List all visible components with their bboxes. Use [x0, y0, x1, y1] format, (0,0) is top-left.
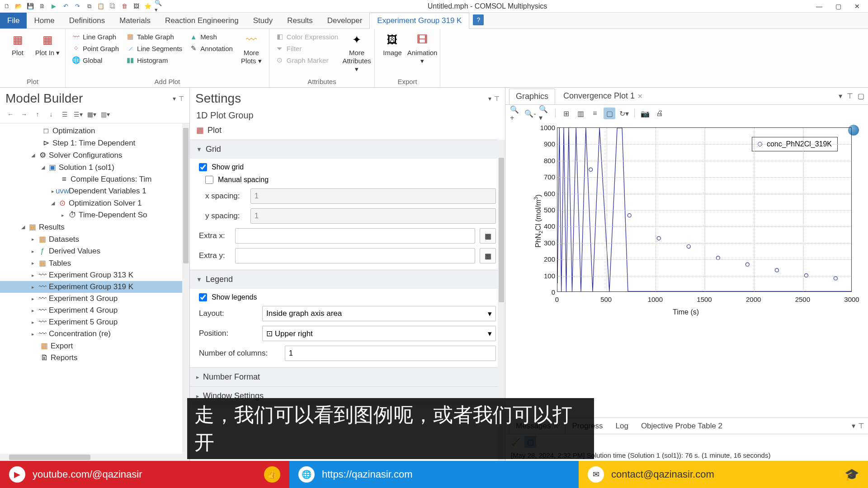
view-xy-button[interactable]: ⊞	[560, 108, 572, 119]
expand-icon[interactable]: ◢	[50, 200, 56, 206]
tree-optimization[interactable]: □Optimization	[0, 125, 189, 137]
expand-dropdown[interactable]: ☰▾	[73, 109, 83, 119]
collapse-icon[interactable]: ▸	[30, 319, 36, 325]
tree-scrollbar-h[interactable]	[9, 455, 90, 460]
zoom-extents-dropdown[interactable]: 🔍▾	[539, 108, 551, 119]
collapse-icon[interactable]: ▸	[30, 260, 36, 266]
tree-derived[interactable]: ▸ƒDerived Values	[0, 245, 189, 257]
minimize-button[interactable]: —	[810, 1, 828, 12]
panel-pin-icon[interactable]: ⊤	[179, 95, 184, 102]
menu-results[interactable]: Results	[280, 13, 320, 28]
delete-icon[interactable]: 🗑	[119, 1, 129, 11]
extra-y-input[interactable]	[235, 248, 475, 263]
snapshot-icon[interactable]: 🖼	[131, 1, 141, 11]
view-single-button[interactable]: ▢	[604, 108, 615, 119]
number-format-section-header[interactable]: ▸Number Format	[190, 368, 505, 386]
panel-dropdown-icon[interactable]: ▾	[173, 95, 176, 102]
collapse-icon[interactable]: ▸	[30, 249, 36, 254]
tree-results[interactable]: ◢▦Results	[0, 221, 189, 233]
tree-exp319[interactable]: ▸〰Experiment Group 319 K	[0, 281, 189, 293]
tree-dep-vars[interactable]: ▸uvwDependent Variables 1	[0, 185, 189, 197]
manual-spacing-checkbox[interactable]	[205, 176, 213, 184]
zoom-dropdown-icon[interactable]: 🔍▾	[155, 1, 165, 11]
menu-file[interactable]: File	[0, 13, 27, 28]
collapse-icon[interactable]: ▸	[30, 236, 36, 242]
expand-icon[interactable]: ◢	[40, 164, 46, 170]
menu-developer[interactable]: Developer	[320, 13, 370, 28]
convergence-tab[interactable]: Convergence Plot 1✕	[557, 89, 649, 103]
tree-step1[interactable]: ⊳Step 1: Time Dependent	[0, 137, 189, 149]
view-list-button[interactable]: ≡	[589, 108, 601, 119]
tree-solution1[interactable]: ◢▣Solution 1 (sol1)	[0, 161, 189, 174]
panel-dropdown-icon[interactable]: ▾	[488, 95, 491, 102]
tree-reports[interactable]: 🗎Reports	[0, 352, 189, 364]
menu-home[interactable]: Home	[27, 13, 61, 28]
tree-solver-config[interactable]: ◢⚙Solver Configurations	[0, 149, 189, 161]
copy-icon[interactable]: ⧉	[84, 1, 94, 11]
tree-scrollbar-v[interactable]	[183, 128, 189, 263]
tree-compile-eq[interactable]: ≡Compile Equations: Tim	[0, 174, 189, 185]
extra-x-input[interactable]	[235, 228, 475, 244]
panel-pin-icon[interactable]: ⊤	[494, 95, 500, 102]
more-plots-button[interactable]: 〰 More Plots ▾	[238, 32, 264, 65]
mesh-button[interactable]: ▲Mesh	[188, 32, 235, 42]
line-segments-button[interactable]: ⟋Line Segments	[124, 43, 184, 53]
tree-time-dep[interactable]: ▸⏱Time-Dependent So	[0, 209, 189, 221]
saveas-icon[interactable]: 🗎	[37, 1, 47, 11]
tree-opt-solver[interactable]: ◢⊙Optimization Solver 1	[0, 197, 189, 209]
show-legends-checkbox[interactable]	[199, 293, 207, 301]
panel-pin-icon[interactable]: ⊤	[858, 422, 864, 430]
help-button[interactable]: ?	[473, 14, 484, 25]
duplicate-icon[interactable]: ⿻	[108, 1, 118, 11]
view-col-button[interactable]: ▥	[575, 108, 586, 119]
website-link[interactable]: 🌐 https://qazinasir.com	[289, 461, 579, 488]
menu-reaction-engineering[interactable]: Reaction Engineering	[158, 13, 246, 28]
extra-y-browse-button[interactable]: ▦	[480, 248, 496, 263]
menu-study[interactable]: Study	[246, 13, 280, 28]
close-button[interactable]: ✕	[848, 1, 866, 12]
collapse-button[interactable]: ☰	[60, 109, 70, 119]
panel-dropdown-icon[interactable]: ▾	[839, 92, 842, 100]
grid-section-header[interactable]: ▼Grid	[190, 140, 505, 159]
point-graph-button[interactable]: ⁘Point Graph	[70, 43, 121, 53]
collapse-icon[interactable]: ▸	[30, 284, 36, 290]
plot-action-button[interactable]: ▦ Plot	[190, 123, 505, 140]
tree-conc[interactable]: ▸〰Concentration (re)	[0, 328, 189, 340]
log-tab[interactable]: Log	[609, 419, 635, 433]
collapse-icon[interactable]: ▸	[30, 296, 36, 302]
plot-button[interactable]: ▦ Plot	[5, 32, 31, 57]
tree-tables[interactable]: ▸▦Tables	[0, 257, 189, 269]
save-icon[interactable]: 💾	[25, 1, 35, 11]
expand-icon[interactable]: ◢	[20, 224, 26, 230]
line-graph-button[interactable]: 〰Line Graph	[70, 32, 121, 42]
favorites-icon[interactable]: ⭐	[143, 1, 153, 11]
annotation-button[interactable]: ✎Annotation	[188, 43, 235, 53]
tree-filter-dropdown[interactable]: ▥▾	[100, 109, 110, 119]
graphics-tab[interactable]: Graphics	[509, 89, 555, 104]
settings-scrollbar[interactable]	[499, 158, 504, 302]
extra-x-browse-button[interactable]: ▦	[480, 228, 496, 244]
email-link[interactable]: ✉ contact@qazinasir.com 🎓	[579, 461, 868, 488]
refresh-dropdown[interactable]: ↻▾	[618, 108, 630, 119]
collapse-icon[interactable]: ▸	[60, 212, 66, 218]
collapse-icon[interactable]: ▸	[50, 188, 56, 194]
nav-back-button[interactable]: ←	[5, 109, 15, 119]
open-icon[interactable]: 📂	[14, 1, 24, 11]
zoom-out-button[interactable]: 🔍-	[524, 108, 536, 119]
menu-experiment-group[interactable]: Experiment Group 319 K	[369, 13, 469, 29]
new-icon[interactable]: 🗋	[2, 1, 12, 11]
undo-icon[interactable]: ↶	[61, 1, 71, 11]
tree-view-dropdown[interactable]: ▦▾	[87, 109, 97, 119]
expand-icon[interactable]: ◢	[30, 152, 36, 158]
tree-exp313[interactable]: ▸〰Experiment Group 313 K	[0, 269, 189, 281]
position-select[interactable]: ⊡ Upper right▾	[262, 326, 496, 341]
histogram-button[interactable]: ▮▮Histogram	[124, 55, 184, 65]
legend-section-header[interactable]: ▼Legend	[190, 270, 505, 289]
redo-icon[interactable]: ↷	[72, 1, 82, 11]
chart-plot-area[interactable]: conc_PhN2Cl_319K	[557, 127, 852, 292]
layout-select[interactable]: Inside graph axis area▾	[262, 306, 496, 321]
panel-max-icon[interactable]: ▢	[858, 92, 864, 100]
maximize-button[interactable]: ▢	[829, 1, 847, 12]
tree-datasets[interactable]: ▸▦Datasets	[0, 233, 189, 245]
probe-table-tab[interactable]: Objective Probe Table 2	[635, 419, 729, 433]
